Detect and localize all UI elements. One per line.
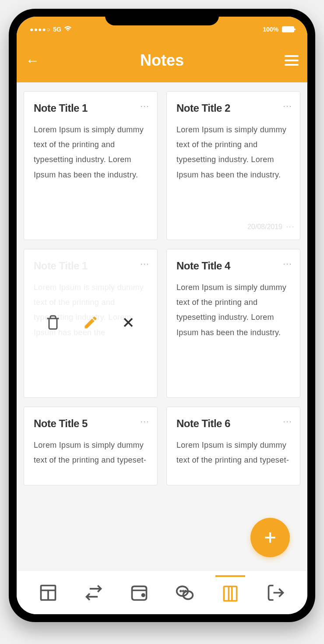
note-card[interactable]: Note Title 5 ⋮ Lorem Ipsum is simply dum…	[24, 407, 158, 485]
network-label: 5G	[53, 26, 61, 33]
note-more-icon[interactable]: ⋮	[285, 102, 290, 110]
edit-icon[interactable]	[83, 315, 99, 332]
note-title: Note Title 2	[176, 102, 230, 114]
note-card[interactable]: Note Title 2 ⋮ Lorem Ipsum is simply dum…	[166, 91, 300, 240]
note-body: Lorem Ipsum is simply dummy text of the …	[34, 122, 148, 182]
notes-grid: Note Title 1 ⋮ Lorem Ipsum is simply dum…	[24, 91, 300, 485]
note-card-selected[interactable]: Note Title 1 ⋮ Lorem Ipsum is simply dum…	[24, 249, 158, 398]
note-more-icon[interactable]: ⋮	[285, 418, 290, 425]
note-body: Lorem Ipsum is simply dummy text of the …	[176, 438, 290, 467]
close-icon[interactable]	[120, 315, 136, 332]
svg-point-4	[180, 591, 181, 591]
back-button[interactable]: ←	[25, 53, 39, 69]
app-header: ← Notes	[17, 39, 307, 82]
delete-icon[interactable]	[45, 315, 61, 332]
wifi-icon	[64, 26, 72, 33]
svg-rect-7	[224, 586, 236, 601]
note-title: Note Title 4	[176, 260, 230, 272]
note-title: Note Title 1	[34, 260, 88, 272]
note-date-more-icon[interactable]: ⋮	[288, 223, 292, 231]
note-more-icon[interactable]: ⋮	[285, 260, 290, 268]
phone-notch	[105, 9, 219, 25]
phone-screen: ●●●●○ 5G 100% ← Notes	[17, 17, 307, 614]
note-more-icon[interactable]: ⋮	[142, 418, 148, 425]
svg-point-6	[185, 591, 186, 591]
note-date: 20/08/2019	[247, 223, 282, 231]
note-card[interactable]: Note Title 4 ⋮ Lorem Ipsum is simply dum…	[166, 249, 300, 398]
note-body: Lorem Ipsum is simply dummy text of the …	[176, 280, 290, 340]
battery-icon	[282, 26, 294, 32]
note-more-icon[interactable]: ⋮	[142, 260, 148, 268]
note-card[interactable]: Note Title 6 ⋮ Lorem Ipsum is simply dum…	[166, 407, 300, 485]
page-title: Notes	[140, 51, 184, 70]
signal-dots: ●●●●○	[30, 26, 50, 33]
battery-label: 100%	[263, 26, 278, 33]
nav-notes[interactable]	[215, 575, 245, 609]
svg-point-5	[183, 591, 183, 591]
note-action-overlay	[45, 315, 136, 332]
nav-chat[interactable]	[170, 578, 200, 608]
note-body: Lorem Ipsum is simply dummy text of the …	[34, 438, 148, 467]
nav-dashboard[interactable]	[33, 578, 63, 608]
nav-wallet[interactable]	[124, 578, 154, 608]
phone-frame: ●●●●○ 5G 100% ← Notes	[9, 9, 315, 622]
note-card[interactable]: Note Title 1 ⋮ Lorem Ipsum is simply dum…	[24, 91, 158, 240]
bottom-nav	[17, 570, 307, 614]
hamburger-menu-button[interactable]	[285, 55, 299, 66]
note-title: Note Title 6	[176, 418, 230, 430]
note-title: Note Title 5	[34, 418, 88, 430]
note-body: Lorem Ipsum is simply dummy text of the …	[176, 122, 290, 182]
note-title: Note Title 1	[34, 102, 88, 114]
note-more-icon[interactable]: ⋮	[142, 102, 148, 110]
nav-transfer[interactable]	[79, 578, 109, 608]
nav-logout[interactable]	[261, 578, 291, 608]
svg-point-1	[142, 594, 144, 596]
content-area: Note Title 1 ⋮ Lorem Ipsum is simply dum…	[17, 82, 307, 570]
add-note-fab[interactable]	[250, 518, 290, 557]
